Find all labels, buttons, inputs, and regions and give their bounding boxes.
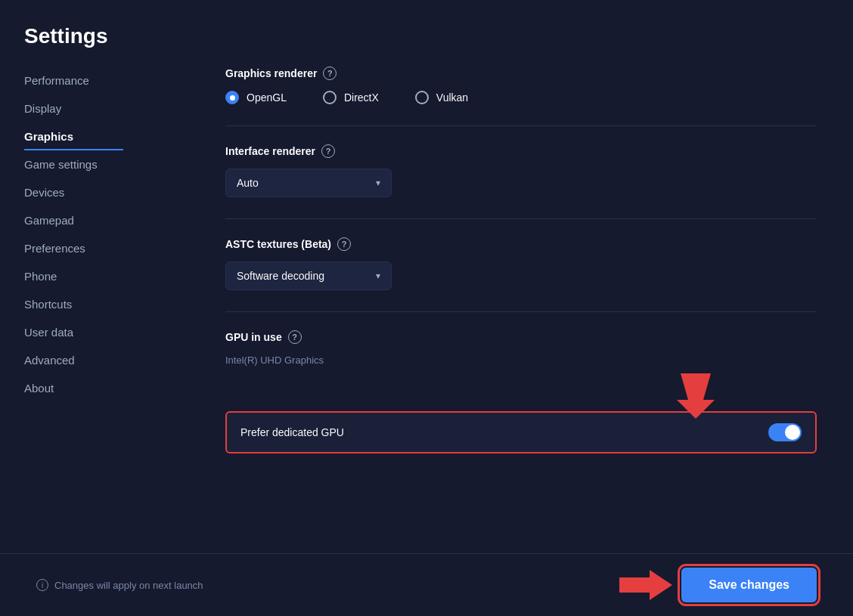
- graphics-renderer-help-icon[interactable]: ?: [323, 67, 337, 80]
- page-title: Settings: [0, 0, 853, 67]
- sidebar-item-advanced[interactable]: Advanced: [24, 346, 189, 374]
- radio-opengl[interactable]: OpenGL: [225, 91, 287, 104]
- graphics-renderer-section: Graphics renderer ? OpenGL DirectX: [225, 67, 817, 104]
- radio-opengl-label: OpenGL: [247, 91, 287, 104]
- prefer-dedicated-toggle[interactable]: [768, 423, 802, 441]
- radio-directx-label: DirectX: [344, 91, 379, 104]
- bottom-info-text: Changes will apply on next launch: [54, 580, 203, 591]
- bottom-bar: i Changes will apply on next launch Save…: [0, 553, 853, 616]
- divider-2: [225, 218, 817, 219]
- interface-renderer-value: Auto: [237, 177, 259, 189]
- sidebar: Performance Display Graphics Game settin…: [0, 67, 189, 553]
- sidebar-item-display[interactable]: Display: [24, 94, 189, 122]
- main-layout: Performance Display Graphics Game settin…: [0, 67, 853, 553]
- astc-textures-section: ASTC textures (Beta) ? Software decoding…: [225, 237, 817, 290]
- sidebar-item-game-settings[interactable]: Game settings: [24, 150, 189, 178]
- app-container: Settings Performance Display Graphics Ga…: [0, 0, 853, 616]
- radio-vulkan[interactable]: Vulkan: [415, 91, 468, 104]
- astc-textures-label: ASTC textures (Beta) ?: [225, 237, 817, 251]
- interface-renderer-dropdown-arrow: ▾: [376, 178, 380, 188]
- radio-opengl-circle: [225, 91, 239, 104]
- svg-marker-0: [677, 373, 715, 419]
- astc-textures-help-icon[interactable]: ?: [337, 237, 351, 251]
- divider-1: [225, 125, 817, 126]
- sidebar-item-shortcuts[interactable]: Shortcuts: [24, 290, 189, 318]
- radio-vulkan-circle: [415, 91, 429, 104]
- info-icon: i: [36, 579, 48, 591]
- radio-vulkan-label: Vulkan: [436, 91, 468, 104]
- gpu-name: Intel(R) UHD Graphics: [225, 354, 817, 366]
- sidebar-item-user-data[interactable]: User data: [24, 318, 189, 346]
- interface-renderer-dropdown[interactable]: Auto ▾: [225, 169, 392, 197]
- graphics-renderer-radio-group: OpenGL DirectX Vulkan: [225, 91, 817, 104]
- interface-renderer-help-icon[interactable]: ?: [321, 144, 335, 158]
- interface-renderer-section: Interface renderer ? Auto ▾: [225, 144, 817, 197]
- radio-directx-circle: [323, 91, 337, 104]
- gpu-section: GPU in use ? Intel(R) UHD Graphics Prefe…: [225, 330, 817, 453]
- save-button[interactable]: Save changes: [681, 568, 817, 602]
- prefer-dedicated-label: Prefer dedicated GPU: [240, 426, 344, 438]
- sidebar-item-devices[interactable]: Devices: [24, 178, 189, 206]
- red-down-arrow-icon: [665, 373, 726, 419]
- save-button-wrapper: Save changes: [619, 568, 817, 602]
- astc-textures-dropdown[interactable]: Software decoding ▾: [225, 262, 392, 290]
- sidebar-item-gamepad[interactable]: Gamepad: [24, 206, 189, 234]
- interface-renderer-label: Interface renderer ?: [225, 144, 817, 158]
- bottom-info: i Changes will apply on next launch: [36, 579, 203, 591]
- astc-textures-dropdown-arrow: ▾: [376, 271, 380, 281]
- sidebar-item-about[interactable]: About: [24, 374, 189, 402]
- gpu-in-use-label: GPU in use ?: [225, 330, 817, 344]
- sidebar-item-graphics[interactable]: Graphics: [24, 122, 189, 150]
- toggle-knob: [785, 425, 800, 440]
- astc-textures-value: Software decoding: [237, 270, 324, 282]
- svg-marker-1: [619, 570, 672, 600]
- prefer-dedicated-gpu-row: Prefer dedicated GPU: [225, 411, 817, 453]
- gpu-help-icon[interactable]: ?: [288, 330, 302, 344]
- red-right-arrow-icon: [619, 570, 672, 600]
- sidebar-item-preferences[interactable]: Preferences: [24, 234, 189, 262]
- divider-3: [225, 311, 817, 312]
- content-area: Graphics renderer ? OpenGL DirectX: [189, 67, 853, 553]
- radio-directx[interactable]: DirectX: [323, 91, 379, 104]
- graphics-renderer-label: Graphics renderer ?: [225, 67, 817, 80]
- sidebar-item-phone[interactable]: Phone: [24, 262, 189, 290]
- sidebar-item-performance[interactable]: Performance: [24, 67, 189, 94]
